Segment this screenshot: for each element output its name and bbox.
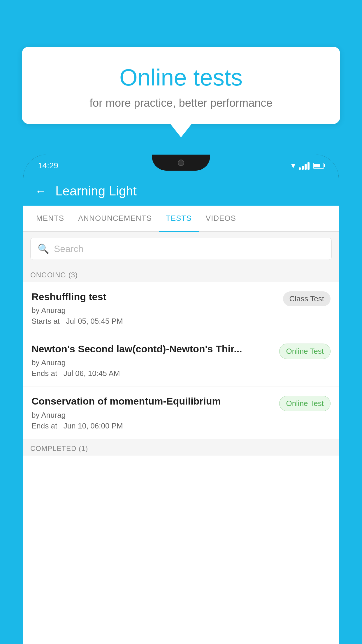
tab-ments[interactable]: MENTS (29, 206, 71, 232)
test-author-2: by Anurag (31, 358, 273, 367)
search-bar[interactable]: 🔍 Search (30, 238, 332, 260)
phone-notch (152, 155, 210, 171)
test-item-3[interactable]: Conservation of momentum-Equilibrium by … (23, 386, 339, 439)
search-container: 🔍 Search (23, 232, 339, 266)
test-badge-2: Online Test (279, 344, 331, 359)
test-badge-1: Class Test (283, 291, 331, 306)
bubble-title: Online tests (36, 64, 326, 91)
status-bar: 14:29 ▾ (23, 155, 339, 176)
search-placeholder: Search (54, 244, 83, 254)
test-info-3: Conservation of momentum-Equilibrium by … (31, 395, 273, 430)
completed-section-label: COMPLETED (1) (23, 439, 339, 456)
test-item-1[interactable]: Reshuffling test by Anurag Starts at Jul… (23, 282, 339, 334)
status-time: 14:29 (38, 161, 58, 170)
speech-bubble-card: Online tests for more practice, better p… (22, 47, 340, 124)
test-title-1: Reshuffling test (31, 290, 277, 303)
back-button[interactable]: ← (35, 185, 47, 198)
test-badge-3: Online Test (279, 396, 331, 411)
tab-announcements[interactable]: ANNOUNCEMENTS (71, 206, 159, 232)
test-info-1: Reshuffling test by Anurag Starts at Jul… (31, 290, 277, 326)
test-info-2: Newton's Second law(contd)-Newton's Thir… (31, 342, 273, 378)
bubble-subtitle: for more practice, better performance (36, 97, 326, 109)
tabs-bar: MENTS ANNOUNCEMENTS TESTS VIDEOS (23, 206, 339, 232)
test-list: Reshuffling test by Anurag Starts at Jul… (23, 282, 339, 644)
app-title: Learning Light (55, 184, 137, 198)
test-date-3: Ends at Jun 10, 06:00 PM (31, 421, 273, 430)
app-header: ← Learning Light (23, 176, 339, 206)
battery-icon (313, 163, 324, 169)
status-icons: ▾ (291, 161, 324, 170)
test-title-2: Newton's Second law(contd)-Newton's Thir… (31, 342, 273, 355)
camera (178, 160, 184, 166)
test-date-2: Ends at Jul 06, 10:45 AM (31, 369, 273, 378)
ongoing-section-label: ONGOING (3) (23, 266, 339, 282)
phone-frame: 14:29 ▾ ← Learning Light MEN (23, 155, 339, 644)
test-author-1: by Anurag (31, 306, 277, 315)
test-item-2[interactable]: Newton's Second law(contd)-Newton's Thir… (23, 334, 339, 386)
search-icon: 🔍 (38, 243, 49, 254)
tab-tests[interactable]: TESTS (159, 206, 199, 232)
tab-videos[interactable]: VIDEOS (199, 206, 243, 232)
test-author-3: by Anurag (31, 411, 273, 420)
wifi-icon: ▾ (291, 161, 295, 170)
phone-screen: MENTS ANNOUNCEMENTS TESTS VIDEOS 🔍 Searc… (23, 206, 339, 644)
test-title-3: Conservation of momentum-Equilibrium (31, 395, 273, 407)
signal-icon (299, 162, 310, 170)
test-date-1: Starts at Jul 05, 05:45 PM (31, 317, 277, 326)
